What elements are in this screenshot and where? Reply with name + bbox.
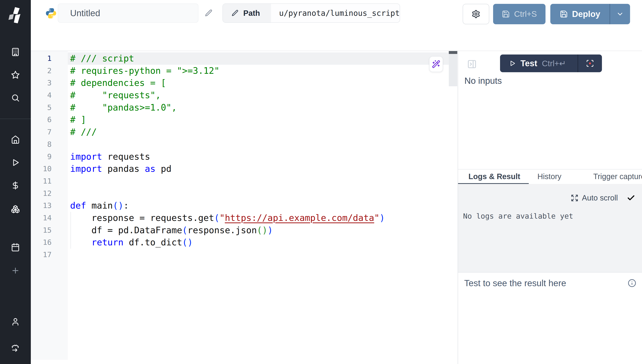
path-label: Path — [243, 9, 260, 18]
building-icon[interactable] — [11, 48, 20, 56]
line-number[interactable]: 7 — [31, 126, 52, 138]
script-title-input[interactable]: Untitled — [58, 4, 198, 23]
gear-icon — [472, 10, 480, 18]
editor-scroll-shade — [449, 54, 457, 86]
line-number[interactable]: 4 — [31, 89, 52, 102]
test-shortcut: Ctrl+↵ — [542, 59, 566, 68]
test-button[interactable]: Test Ctrl+↵ — [500, 58, 578, 68]
line-number[interactable]: 2 — [31, 65, 52, 77]
panel-tabs: Logs & Result History Trigger captures — [458, 169, 642, 184]
indent-guide — [70, 212, 71, 249]
check-icon[interactable] — [627, 194, 635, 202]
capture-icon — [586, 59, 594, 68]
save-button[interactable]: Ctrl+S — [493, 4, 546, 24]
code-line[interactable] — [68, 249, 449, 261]
tab-trigger-captures[interactable]: Trigger captures — [593, 172, 642, 181]
dollar-icon[interactable] — [11, 181, 20, 190]
line-number[interactable]: 13 — [31, 200, 52, 212]
expand-icon[interactable] — [571, 194, 578, 202]
code-line[interactable]: # "requests", — [68, 89, 449, 102]
calendar-icon[interactable] — [11, 243, 20, 252]
tab-logs-result[interactable]: Logs & Result — [468, 172, 520, 181]
code-line[interactable]: response = requests.get("https://api.exa… — [68, 212, 449, 224]
deploy-label: Deploy — [572, 9, 600, 19]
code-line[interactable]: return df.to_dict() — [68, 236, 449, 249]
test-label: Test — [520, 58, 537, 68]
code-editor[interactable]: 1234567891011121314151617 # /// script# … — [31, 51, 458, 364]
line-number[interactable]: 5 — [31, 102, 52, 114]
topbar: Untitled Path u/pyranota/luminous_script… — [31, 0, 642, 29]
code-line[interactable]: def main(): — [68, 200, 449, 212]
auto-scroll-label: Auto scroll — [582, 194, 618, 202]
line-number[interactable]: 1 — [31, 52, 52, 65]
code-line[interactable]: # requires-python = ">=3.12" — [68, 65, 449, 77]
code-line[interactable] — [68, 188, 449, 200]
code-line[interactable]: # /// — [68, 126, 449, 138]
path-value[interactable]: u/pyranota/luminous_script — [271, 4, 400, 22]
no-inputs-text: No inputs — [464, 76, 502, 86]
result-placeholder-text: Test to see the result here — [464, 278, 566, 288]
line-number[interactable]: 3 — [31, 77, 52, 89]
editor-scrollbar[interactable] — [449, 51, 457, 54]
plus-icon[interactable] — [11, 266, 20, 275]
gutter[interactable]: 1234567891011121314151617 — [31, 52, 52, 261]
code-line[interactable]: import pandas as pd — [68, 163, 449, 175]
logout-icon[interactable] — [11, 344, 20, 353]
code-line[interactable] — [68, 138, 449, 150]
line-number[interactable]: 12 — [31, 188, 52, 200]
search-icon[interactable] — [11, 94, 20, 102]
line-number[interactable]: 8 — [31, 138, 52, 150]
path-edit-button[interactable]: Path — [223, 4, 271, 22]
line-number[interactable]: 16 — [31, 236, 52, 249]
home-icon[interactable] — [11, 135, 20, 144]
save-icon — [560, 10, 568, 18]
line-number[interactable]: 10 — [31, 163, 52, 175]
user-icon[interactable] — [11, 318, 20, 326]
pencil-icon — [231, 9, 239, 17]
path-pill[interactable]: Path u/pyranota/luminous_script — [222, 4, 400, 23]
info-icon[interactable] — [628, 279, 636, 287]
edit-title-pencil-icon[interactable] — [204, 9, 213, 17]
test-panel: Test Ctrl+↵ No inputs Logs & Result Hist… — [458, 51, 642, 364]
script-title: Untitled — [70, 8, 100, 18]
line-number[interactable]: 6 — [31, 114, 52, 126]
logs-panel: Auto scroll No logs are available yet — [458, 184, 642, 272]
windmill-logo[interactable] — [8, 7, 23, 24]
star-icon[interactable] — [11, 70, 20, 79]
settings-button[interactable] — [463, 4, 489, 24]
code-line[interactable]: # dependencies = [ — [68, 77, 449, 89]
capture-test-button[interactable] — [578, 59, 602, 68]
play-icon[interactable] — [11, 158, 20, 167]
save-icon — [502, 10, 510, 18]
code-line[interactable]: import requests — [68, 150, 449, 163]
line-number[interactable]: 15 — [31, 224, 52, 236]
sidebar-divider — [0, 119, 31, 119]
result-row: Test to see the result here — [464, 278, 636, 288]
no-logs-text: No logs are available yet — [463, 212, 573, 220]
deploy-button-group: Deploy — [550, 4, 630, 24]
code-lines[interactable]: # /// script# requires-python = ">=3.12"… — [68, 52, 449, 261]
editor-toolbar: (Pyright Ruff) — [31, 29, 642, 51]
line-number[interactable]: 17 — [31, 249, 52, 261]
code-line[interactable]: # /// script — [68, 52, 449, 65]
line-number[interactable]: 9 — [31, 150, 52, 163]
code-line[interactable] — [68, 175, 449, 188]
play-icon — [509, 60, 516, 67]
code-line[interactable]: # ] — [68, 114, 449, 126]
line-number[interactable]: 14 — [31, 212, 52, 224]
line-number[interactable]: 11 — [31, 175, 52, 188]
collapse-panel-icon[interactable] — [467, 59, 477, 69]
chevron-down-icon — [616, 10, 624, 18]
deploy-button[interactable]: Deploy — [550, 4, 610, 24]
boxes-icon[interactable] — [11, 205, 20, 214]
deploy-dropdown-button[interactable] — [610, 4, 630, 24]
auto-scroll-control[interactable]: Auto scroll — [571, 194, 635, 202]
save-shortcut: Ctrl+S — [514, 10, 537, 19]
code-line[interactable]: df = pd.DataFrame(response.json()) — [68, 224, 449, 236]
test-button-group: Test Ctrl+↵ — [500, 54, 602, 72]
tab-history[interactable]: History — [538, 172, 561, 181]
ai-assistant-button[interactable] — [429, 56, 443, 72]
wand-sparkles-icon — [432, 60, 440, 68]
sidebar — [0, 0, 31, 364]
code-line[interactable]: # "pandas>=1.0", — [68, 102, 449, 114]
